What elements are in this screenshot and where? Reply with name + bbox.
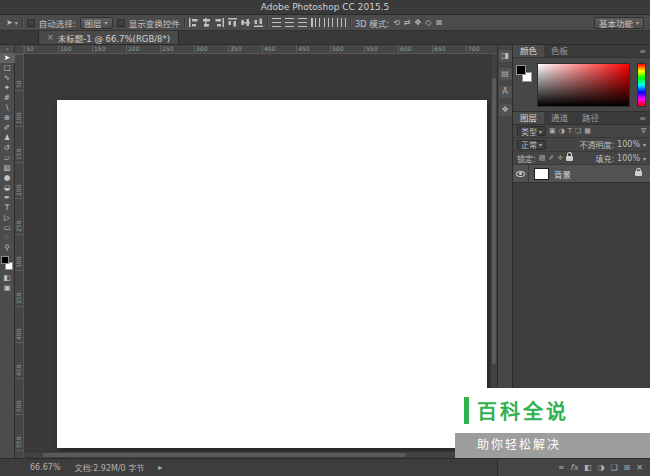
align-right-edges-icon[interactable]: [215, 18, 224, 27]
hue-slider[interactable]: [637, 63, 646, 107]
align-top-edges-icon[interactable]: [228, 18, 237, 27]
show-transform-checkbox[interactable]: [117, 19, 125, 27]
distribute-right-edges-icon[interactable]: [337, 18, 346, 27]
tool-type[interactable]: T: [0, 203, 15, 213]
layer-row-background[interactable]: 背景: [513, 165, 650, 183]
toolbar-collapse-icon[interactable]: »: [5, 45, 9, 53]
mode3d-icon[interactable]: ⊠: [435, 18, 442, 27]
tool-gradient[interactable]: ▧: [0, 163, 15, 173]
layer-group-icon[interactable]: ❏: [610, 463, 617, 472]
tool-eraser[interactable]: ▱: [0, 153, 15, 163]
link-layers-icon[interactable]: ∞: [558, 463, 565, 472]
tool-spot-healing-brush[interactable]: ⊕: [0, 113, 15, 123]
align-vertical-centers-icon[interactable]: [241, 18, 250, 27]
status-expand-icon[interactable]: ▸: [158, 463, 162, 472]
lock-position-icon[interactable]: ✛: [557, 154, 563, 162]
opacity-value[interactable]: 100%: [617, 140, 640, 149]
screen-mode-icon[interactable]: ▣: [0, 283, 15, 293]
tab-layers[interactable]: 图层: [513, 112, 544, 124]
tool-eyedropper[interactable]: ∖: [0, 103, 15, 113]
horizontal-scrollbar[interactable]: [24, 451, 490, 458]
filter-adjustment-layers-icon[interactable]: ◑: [559, 127, 565, 135]
tool-preset-picker[interactable]: ➤ ▾: [6, 18, 18, 27]
close-icon[interactable]: ×: [47, 33, 54, 42]
tool-blur[interactable]: ●: [0, 173, 15, 183]
tool-dodge[interactable]: ◒: [0, 183, 15, 193]
mode3d-icon[interactable]: ✥: [415, 18, 422, 27]
tool-zoom[interactable]: ⚲: [0, 243, 15, 253]
workspace-switcher[interactable]: 基本功能 ▾: [594, 17, 644, 29]
ruler-origin-corner[interactable]: [15, 45, 24, 54]
delete-layer-icon[interactable]: ✕: [636, 463, 643, 472]
tool-quick-selection[interactable]: ✦: [0, 83, 15, 93]
auto-select-dropdown[interactable]: 图层 ▾: [80, 17, 113, 29]
layers-filter-row: 类型 ▾ ▣ ◑ T ❏ ▦ ∇: [513, 125, 650, 138]
auto-select-checkbox[interactable]: [27, 19, 35, 27]
scrollbar-thumb[interactable]: [43, 453, 406, 457]
align-left-edges-icon[interactable]: [189, 18, 198, 27]
fill-value[interactable]: 100%: [617, 154, 640, 163]
collapsed-panel-icon[interactable]: A: [499, 86, 512, 98]
tool-pen[interactable]: ✒: [0, 193, 15, 203]
tool-move[interactable]: ➤: [0, 53, 15, 63]
tab-paths[interactable]: 路径: [575, 112, 606, 124]
document-tab[interactable]: × 未标题-1 @ 66.7%(RGB/8*): [38, 31, 179, 44]
color-panel-foreground-swatch[interactable]: [516, 65, 526, 75]
layer-thumbnail[interactable]: [534, 168, 549, 180]
mode3d-icon[interactable]: ⇄: [404, 18, 411, 27]
foreground-color-swatch[interactable]: [1, 256, 9, 264]
filter-type-layers-icon[interactable]: T: [568, 127, 572, 135]
layer-filter-kind-dropdown[interactable]: 类型 ▾: [517, 126, 546, 136]
lock-pixels-icon[interactable]: ✐: [548, 154, 554, 162]
divider: [267, 17, 268, 28]
tool-rectangular-marquee[interactable]: □: [0, 63, 15, 73]
filter-funnel-icon[interactable]: ∇: [641, 127, 646, 135]
filter-pixel-layers-icon[interactable]: ▣: [549, 127, 556, 135]
quick-mask-icon[interactable]: ◧: [0, 273, 15, 283]
tool-path-selection[interactable]: ▷: [0, 213, 15, 223]
canvas-document[interactable]: [57, 100, 487, 448]
align-horizontal-centers-icon[interactable]: [202, 18, 211, 27]
divider: [22, 17, 23, 28]
mode3d-icon[interactable]: ◇: [425, 18, 431, 27]
zoom-level-field[interactable]: 66.67%: [30, 463, 61, 472]
new-layer-icon[interactable]: ⊞: [624, 463, 631, 472]
distribute-horizontal-centers-icon[interactable]: [324, 18, 333, 27]
photoshop-window: Adobe Photoshop CC 2015.5 ➤ ▾ 自动选择: 图层 ▾…: [0, 0, 650, 476]
distribute-vertical-centers-icon[interactable]: [285, 18, 294, 27]
layer-style-icon[interactable]: fx: [570, 463, 578, 472]
panel-menu-icon[interactable]: ≡: [635, 45, 650, 57]
tool-rectangle-shape[interactable]: ▭: [0, 223, 15, 233]
adjustment-layer-icon[interactable]: ◑: [597, 463, 604, 472]
layer-visibility-cell[interactable]: [513, 165, 529, 182]
saturation-brightness-picker[interactable]: [537, 63, 630, 107]
ruler-label: 450: [15, 342, 24, 378]
blend-mode-dropdown[interactable]: 正常 ▾: [517, 140, 546, 150]
scrollbar-thumb[interactable]: [492, 78, 496, 364]
tab-channels[interactable]: 通道: [544, 112, 575, 124]
lock-all-icon[interactable]: [566, 156, 573, 161]
layer-mask-icon[interactable]: ◧: [584, 463, 592, 472]
filter-shape-layers-icon[interactable]: ❏: [575, 127, 581, 135]
collapsed-panel-icon[interactable]: ◨: [499, 50, 512, 62]
filter-smart-objects-icon[interactable]: ▦: [584, 127, 591, 135]
tool-crop[interactable]: #: [0, 93, 15, 103]
tool-lasso[interactable]: ∿: [0, 73, 15, 83]
tool-brush[interactable]: ✐: [0, 123, 15, 133]
align-bottom-edges-icon[interactable]: [254, 18, 263, 27]
lock-transparency-icon[interactable]: ▨: [539, 154, 546, 162]
collapsed-panel-icon[interactable]: ❖: [499, 104, 512, 116]
distribute-bottom-edges-icon[interactable]: [298, 18, 307, 27]
distribute-top-edges-icon[interactable]: [272, 18, 281, 27]
distribute-left-edges-icon[interactable]: [311, 18, 320, 27]
move-tool-icon: ➤: [6, 18, 13, 27]
tool-clone-stamp[interactable]: ♟: [0, 133, 15, 143]
mode3d-icon[interactable]: ⟲: [393, 18, 400, 27]
tab-color[interactable]: 颜色: [513, 45, 544, 57]
tool-history-brush[interactable]: ↺: [0, 143, 15, 153]
panel-menu-icon[interactable]: ≡: [635, 112, 650, 124]
tab-swatches[interactable]: 色板: [544, 45, 575, 57]
tool-hand[interactable]: ☞: [0, 233, 15, 243]
collapsed-panel-icon[interactable]: ▤: [499, 68, 512, 80]
fill-label: 填充:: [595, 153, 614, 164]
